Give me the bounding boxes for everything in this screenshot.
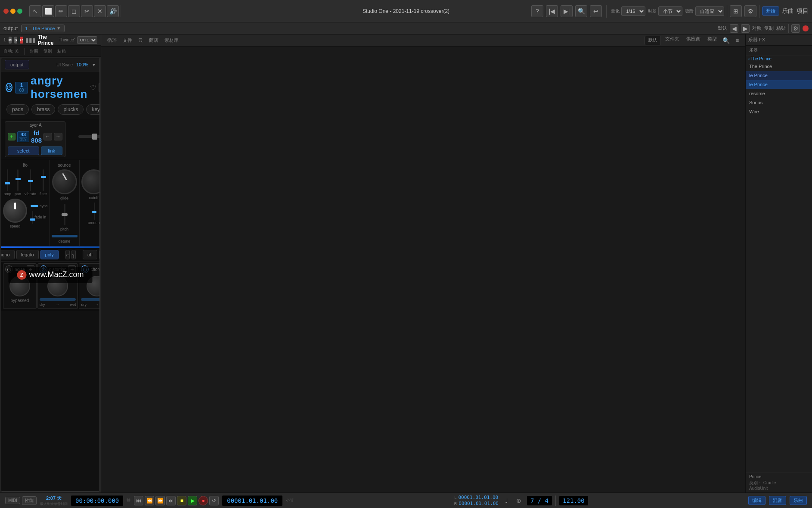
new-song-btn[interactable]: 乐曲: [790, 496, 807, 505]
layer-a-add-btn[interactable]: +: [8, 133, 15, 140]
next-preset-btn[interactable]: ▶: [741, 24, 750, 33]
resources-menu-item[interactable]: 素材库: [162, 37, 181, 44]
solo-btn[interactable]: S: [14, 37, 17, 44]
blend-slider[interactable]: [78, 135, 100, 138]
zoom-btn[interactable]: 🔍: [575, 5, 587, 17]
sidebar-item-le-prince2[interactable]: le Prince: [746, 80, 812, 89]
noise-knob[interactable]: [9, 276, 30, 296]
sync-btn[interactable]: ⊕: [514, 496, 524, 505]
curve2-btn[interactable]: ╮: [71, 250, 76, 259]
new-preset-btn[interactable]: 默认: [645, 36, 661, 45]
shop-menu-item[interactable]: 商店: [146, 37, 161, 44]
type-btn[interactable]: 类型: [705, 36, 719, 45]
sidebar-item-le-prince[interactable]: le Prince: [746, 71, 812, 80]
mute-tool-btn[interactable]: ✕: [94, 5, 106, 17]
dist-knob[interactable]: [47, 276, 68, 296]
ff-btn2[interactable]: ⏩: [155, 496, 165, 505]
lfo-vibrato-track[interactable]: [30, 169, 31, 191]
pct50-btn[interactable]: 50%: [99, 250, 100, 259]
mono-btn[interactable]: mono: [1, 250, 15, 259]
prev-preset-btn[interactable]: ◀: [730, 24, 738, 33]
detune-bar[interactable]: [52, 235, 77, 237]
sidebar-item-sonus[interactable]: Sonus: [746, 98, 812, 107]
filter-amount-track[interactable]: [94, 203, 95, 220]
edit-btn[interactable]: 编辑: [748, 496, 766, 505]
loop-menu-item[interactable]: 循环: [105, 37, 119, 44]
rw-btn[interactable]: ⏮: [134, 496, 143, 505]
cat-plucks[interactable]: plucks: [58, 104, 84, 115]
cat-keys[interactable]: keys: [86, 104, 100, 115]
file-menu-item[interactable]: 文件: [120, 37, 135, 44]
glide-knob[interactable]: [52, 169, 77, 194]
close-plugin-btn[interactable]: [803, 25, 809, 31]
sidebar-item-the-prince[interactable]: The Prince: [746, 62, 812, 71]
preset-breadcrumb[interactable]: 1 - The Prince ▼: [21, 25, 65, 32]
layer-a-select-btn[interactable]: select: [8, 146, 39, 155]
dist-power-btn[interactable]: ⏻: [40, 265, 47, 273]
midi-btn[interactable]: MIDI: [5, 497, 20, 504]
volume-tool-btn[interactable]: 🔊: [107, 5, 119, 17]
chorus-knob[interactable]: [87, 276, 100, 296]
question-btn[interactable]: ?: [531, 5, 543, 17]
next-btn[interactable]: ▶|: [561, 5, 573, 17]
arrow-tool-btn[interactable]: ↖: [29, 5, 41, 17]
lfo-pan-track[interactable]: [17, 169, 19, 191]
heart-btn[interactable]: ♡: [90, 84, 96, 92]
cat-brass[interactable]: brass: [31, 104, 55, 115]
cloud-menu-item[interactable]: 云: [136, 37, 146, 44]
layer-a-next-btn[interactable]: →: [54, 133, 62, 140]
loop-btn[interactable]: ↺: [209, 496, 219, 505]
prev-btn2[interactable]: ⏪: [145, 496, 154, 505]
prev-preset-nav-btn[interactable]: ←: [99, 83, 100, 92]
stop-btn[interactable]: ■: [177, 496, 186, 505]
cutoff-knob[interactable]: [81, 169, 100, 194]
speed-knob[interactable]: [3, 199, 27, 223]
pitch-track[interactable]: [64, 204, 65, 225]
fade-track[interactable]: [32, 211, 33, 224]
layer-a-prev-btn[interactable]: ←: [43, 133, 52, 140]
time-select[interactable]: 小节: [658, 6, 682, 16]
song-btn[interactable]: 乐曲: [782, 5, 794, 17]
lfo-amp-track[interactable]: [7, 169, 8, 191]
eraser-tool-btn[interactable]: ◻: [68, 5, 80, 17]
poly-btn[interactable]: poly: [40, 250, 59, 259]
sidebar-item-resome[interactable]: resome: [746, 89, 812, 98]
select-tool-btn[interactable]: ⬜: [42, 5, 54, 17]
cut-tool-btn[interactable]: ✂: [81, 5, 93, 17]
noise-power-btn[interactable]: ⏻: [5, 265, 13, 273]
chorus-power-btn[interactable]: ⏻: [81, 265, 89, 273]
maximize-window-btn[interactable]: [17, 9, 22, 14]
sidebar-item-wire[interactable]: Wire: [746, 107, 812, 116]
cat-pads[interactable]: pads: [6, 104, 29, 115]
channel-select[interactable]: CH 1: [77, 36, 97, 44]
folder-btn[interactable]: 文件夹: [663, 36, 682, 45]
metronome-btn[interactable]: ♩: [502, 496, 511, 505]
plugin-power-btn[interactable]: ⏻: [6, 83, 12, 92]
record-btn[interactable]: ●: [198, 496, 208, 505]
list-icon[interactable]: ≡: [732, 36, 742, 45]
output-btn[interactable]: output: [5, 60, 29, 69]
record-arm-btn[interactable]: R: [20, 37, 23, 44]
next-btn2[interactable]: ⏭: [166, 496, 176, 505]
noise-add-btn[interactable]: +: [27, 265, 34, 273]
settings-btn[interactable]: ⚙: [744, 5, 756, 17]
pitch-select[interactable]: 自适应: [695, 6, 724, 16]
legato-btn[interactable]: legato: [16, 250, 39, 259]
lfo-filter-track[interactable]: [43, 169, 44, 191]
loop-tool-btn[interactable]: ↩: [590, 5, 602, 17]
search-icon[interactable]: 🔍: [721, 36, 731, 45]
minimize-window-btn[interactable]: [10, 9, 15, 14]
vendor-btn[interactable]: 供应商: [684, 36, 703, 45]
pencil-tool-btn[interactable]: ✏: [55, 5, 67, 17]
curve1-btn[interactable]: ⌐: [65, 250, 70, 259]
grid-btn[interactable]: ⊞: [730, 5, 742, 17]
quantize-select[interactable]: 1/16: [621, 6, 645, 16]
start-btn[interactable]: 开始: [762, 6, 779, 16]
layer-link-btn[interactable]: link: [41, 146, 63, 155]
dist-add-btn[interactable]: +: [68, 265, 76, 273]
settings-btn2[interactable]: ⚙: [791, 24, 800, 33]
play-btn[interactable]: ▶: [188, 496, 197, 505]
perf-btn[interactable]: 性能: [22, 496, 37, 505]
mute-btn[interactable]: M: [9, 37, 12, 44]
prev-btn[interactable]: |◀: [546, 5, 558, 17]
